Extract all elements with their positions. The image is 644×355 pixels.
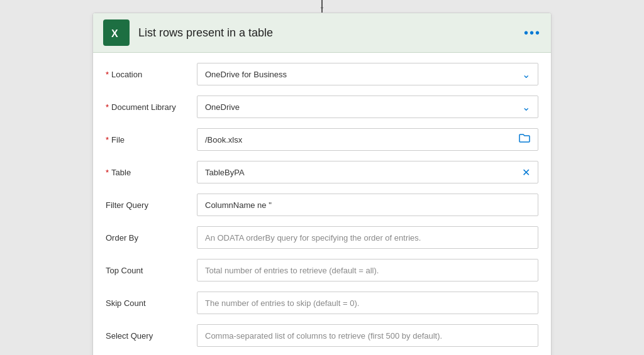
table-value: TableByPA (205, 168, 245, 177)
top-connector: ↓ (321, 0, 323, 13)
top-count-row: Top Count Total number of entries to ret… (106, 254, 538, 287)
excel-icon: X (103, 19, 130, 46)
select-query-input[interactable]: Comma-separated list of columns to retri… (197, 324, 538, 347)
hide-advanced-options-button[interactable]: Hide advanced options ⌃ (106, 352, 538, 355)
card-body: *Location OneDrive for Business ⌄ *Docum… (93, 53, 551, 355)
document-library-row: *Document Library OneDrive ⌄ (106, 90, 538, 123)
file-label: *File (106, 135, 197, 145)
location-value: OneDrive for Business (205, 70, 287, 79)
location-required: * (106, 70, 109, 79)
down-arrow-icon: ↓ (319, 0, 325, 12)
action-card: X List rows present in a table ••• *Loca… (92, 13, 552, 355)
skip-count-label: Skip Count (106, 298, 197, 308)
top-count-label: Top Count (106, 266, 197, 275)
table-row: *Table TableByPA ✕ (106, 156, 538, 188)
document-library-dropdown[interactable]: OneDrive ⌄ (197, 96, 538, 118)
document-library-label: *Document Library (106, 102, 197, 112)
document-library-value: OneDrive (205, 102, 240, 112)
filter-query-value: ColumnName ne " (205, 200, 272, 210)
card-menu-button[interactable]: ••• (524, 26, 541, 40)
filter-query-input[interactable]: ColumnName ne " (197, 194, 538, 216)
skip-count-placeholder: The number of entries to skip (default =… (205, 298, 359, 308)
order-by-label: Order By (106, 233, 197, 243)
card-title: List rows present in a table (138, 26, 273, 40)
location-label: *Location (106, 70, 197, 79)
select-query-placeholder: Comma-separated list of columns to retri… (205, 331, 442, 341)
file-value: /Book.xlsx (205, 135, 242, 145)
svg-text:X: X (111, 28, 118, 39)
table-input[interactable]: TableByPA ✕ (197, 161, 538, 183)
table-label: *Table (106, 168, 197, 177)
select-query-label: Select Query (106, 331, 197, 341)
top-count-input[interactable]: Total number of entries to retrieve (def… (197, 259, 538, 281)
folder-browse-icon[interactable] (519, 133, 530, 146)
location-dropdown[interactable]: OneDrive for Business ⌄ (197, 63, 538, 85)
card-header: X List rows present in a table ••• (93, 13, 551, 53)
file-input[interactable]: /Book.xlsx (197, 128, 538, 151)
skip-count-input[interactable]: The number of entries to skip (default =… (197, 292, 538, 314)
location-dropdown-arrow-icon: ⌄ (522, 68, 530, 80)
skip-count-row: Skip Count The number of entries to skip… (106, 287, 538, 319)
document-library-dropdown-arrow-icon: ⌄ (522, 101, 530, 113)
filter-query-row: Filter Query ColumnName ne " (106, 188, 538, 221)
order-by-row: Order By An ODATA orderBy query for spec… (106, 221, 538, 254)
card-header-left: X List rows present in a table (103, 19, 273, 46)
select-query-row: Select Query Comma-separated list of col… (106, 319, 538, 352)
table-required: * (106, 168, 109, 177)
file-required: * (106, 135, 109, 145)
order-by-input[interactable]: An ODATA orderBy query for specifying th… (197, 226, 538, 249)
file-row: *File /Book.xlsx (106, 123, 538, 156)
location-row: *Location OneDrive for Business ⌄ (106, 58, 538, 90)
top-count-placeholder: Total number of entries to retrieve (def… (205, 266, 379, 275)
order-by-placeholder: An ODATA orderBy query for specifying th… (205, 233, 421, 243)
table-clear-icon[interactable]: ✕ (522, 167, 530, 178)
filter-query-label: Filter Query (106, 200, 197, 210)
document-library-required: * (106, 102, 109, 112)
